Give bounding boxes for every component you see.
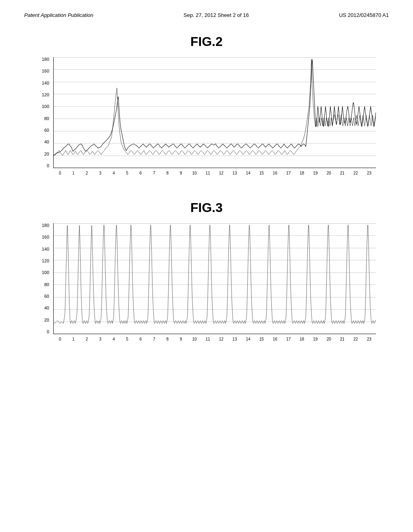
header-center: Sep. 27, 2012 Sheet 2 of 16: [184, 12, 249, 18]
x-label: 3: [94, 171, 107, 175]
x-label: 8: [161, 337, 174, 341]
x-label: 13: [228, 337, 241, 341]
x-label: 14: [242, 171, 255, 175]
x-label: 11: [201, 171, 215, 175]
x-label: 5: [121, 171, 134, 175]
figure-3-title: FIG.3: [24, 200, 389, 215]
x-label: 19: [309, 171, 322, 175]
y-label: 120: [42, 259, 49, 263]
x-label: 0: [53, 171, 67, 175]
x-label: 12: [215, 171, 228, 175]
x-label: 8: [161, 171, 174, 175]
y-axis-labels-fig2: 180 160 140 120 100 80 60 40 20 0: [33, 57, 51, 168]
y-axis-labels-fig3: 180 160 140 120 100 80 60 40 20 0: [33, 223, 51, 334]
y-label: 0: [47, 330, 49, 334]
x-label: 5: [121, 337, 134, 341]
x-label: 23: [363, 337, 376, 341]
x-label: 20: [322, 171, 336, 175]
x-label: 1: [67, 171, 80, 175]
x-axis-labels-fig2: 0 1 2 3 4 5 6 7 8 9 10 11 12 13 14 15 16…: [53, 169, 376, 184]
figure-2-section: FIG.2 180 160 140 120 100 80 60 40 20 0: [24, 34, 389, 184]
x-label: 16: [268, 337, 282, 341]
x-label: 16: [268, 171, 282, 175]
x-label: 9: [174, 171, 188, 175]
x-label: 7: [147, 337, 161, 341]
y-label: 160: [42, 235, 49, 239]
x-label: 23: [363, 171, 376, 175]
y-label: 20: [44, 152, 49, 156]
y-label: 80: [44, 283, 49, 287]
y-label: 80: [44, 116, 49, 121]
figure-3-section: FIG.3 180 160 140 120 100 80 60 40 20 0: [24, 200, 389, 350]
y-label: 140: [42, 247, 49, 251]
chart-inner-fig2: [53, 57, 376, 168]
x-label: 15: [255, 171, 268, 175]
x-label: 18: [295, 337, 309, 341]
chart-inner-fig3: [53, 223, 376, 334]
x-label: 4: [107, 337, 120, 341]
x-label: 12: [215, 337, 228, 341]
x-label: 21: [336, 171, 349, 175]
x-label: 3: [94, 337, 107, 341]
x-label: 1: [67, 337, 80, 341]
x-label: 22: [349, 171, 362, 175]
x-label: 2: [80, 171, 94, 175]
chart-waveform-fig3: [54, 223, 376, 334]
header-left: Patent Application Publication: [24, 12, 94, 18]
x-label: 2: [80, 337, 94, 341]
figure-2-title: FIG.2: [24, 34, 389, 49]
y-label: 100: [42, 104, 49, 109]
y-label: 120: [42, 93, 49, 97]
y-label: 100: [42, 270, 49, 275]
x-label: 10: [188, 337, 201, 341]
y-label: 0: [47, 164, 49, 168]
y-label: 20: [44, 318, 49, 322]
y-label: 160: [42, 69, 49, 73]
x-label: 19: [309, 337, 322, 341]
x-label: 21: [336, 337, 349, 341]
x-label: 4: [107, 171, 120, 175]
x-label: 6: [134, 337, 147, 341]
x-label: 10: [188, 171, 201, 175]
x-axis-labels-fig3: 0 1 2 3 4 5 6 7 8 9 10 11 12 13 14 15 16…: [53, 335, 376, 350]
x-label: 11: [201, 337, 215, 341]
y-label: 60: [44, 128, 49, 133]
x-label: 18: [295, 171, 309, 175]
x-label: 0: [53, 337, 67, 341]
figure-2-chart: 180 160 140 120 100 80 60 40 20 0: [33, 55, 380, 184]
figure-3-chart: 180 160 140 120 100 80 60 40 20 0: [33, 221, 380, 350]
y-label: 140: [42, 81, 49, 85]
x-label: 17: [282, 171, 295, 175]
y-label: 40: [44, 306, 49, 310]
x-label: 13: [228, 171, 241, 175]
x-label: 9: [174, 337, 188, 341]
y-label: 180: [42, 57, 49, 62]
x-label: 14: [242, 337, 255, 341]
x-label: 17: [282, 337, 295, 341]
y-label: 180: [42, 223, 49, 228]
y-label: 40: [44, 140, 49, 144]
page-header: Patent Application Publication Sep. 27, …: [24, 12, 389, 18]
chart-waveform-fig2: [54, 57, 376, 168]
x-label: 20: [322, 337, 336, 341]
x-label: 22: [349, 337, 362, 341]
header-right: US 2012/0245870 A1: [339, 12, 389, 18]
page: Patent Application Publication Sep. 27, …: [0, 0, 413, 532]
y-label: 60: [44, 294, 49, 299]
x-label: 15: [255, 337, 268, 341]
x-label: 6: [134, 171, 147, 175]
x-label: 7: [147, 171, 161, 175]
